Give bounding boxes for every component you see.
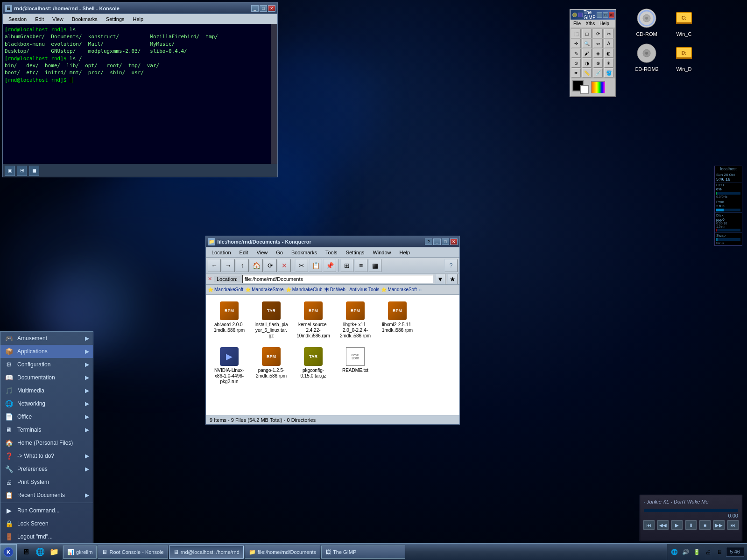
start-menu-item-print[interactable]: 🖨 Print System bbox=[0, 476, 93, 489]
start-menu-item-networking[interactable]: 🌐 Networking ▶ bbox=[0, 397, 93, 410]
terminal-close-btn[interactable]: ✕ bbox=[268, 5, 275, 12]
konq-paste-btn[interactable]: 📌 bbox=[323, 259, 336, 272]
file-icon-flash[interactable]: TAR install_flash_player_6_linux.tar.gz bbox=[253, 300, 290, 341]
konq-location-input[interactable] bbox=[242, 275, 433, 283]
file-icon-pango[interactable]: RPM pango-1.2.5-2mdk.i586.rpm bbox=[253, 345, 290, 386]
konq-home-btn[interactable]: 🏠 bbox=[250, 259, 263, 272]
taskbar-btn-gkrellm[interactable]: 📊 gkrellm bbox=[63, 546, 97, 559]
terminal-maximize-btn[interactable]: □ bbox=[260, 5, 267, 12]
gimp-tool-text[interactable]: A bbox=[604, 39, 613, 48]
player-rewind-btn[interactable]: ◀◀ bbox=[657, 520, 669, 530]
player-play-btn[interactable]: ▶ bbox=[671, 520, 683, 530]
konq-location-x[interactable]: ✕ bbox=[208, 276, 212, 282]
konq-bookmark-1[interactable]: ⭐ MandrakeSoft bbox=[208, 287, 243, 292]
file-icon-abiword[interactable]: RPM abiword-2.0.0-1mdk.i586.rpm bbox=[211, 300, 248, 341]
gimp-titlebar[interactable]: The GIMP _ □ ✕ bbox=[571, 10, 615, 20]
konq-bookmarks-more[interactable]: » bbox=[419, 287, 422, 293]
tray-battery-icon[interactable]: 🔋 bbox=[692, 547, 702, 557]
konq-bookmark-4[interactable]: 🕷 Dr.Web - Antivirus Tools bbox=[324, 287, 380, 292]
file-icon-libgtk[interactable]: RPM libgtk+-x11-2.0_0-2.2.4-2mdk.i586.rp… bbox=[337, 300, 374, 341]
konq-menu-bookmarks[interactable]: Bookmarks bbox=[288, 249, 321, 256]
tray-network-icon[interactable]: 🌐 bbox=[670, 547, 679, 557]
start-menu-item-lockscreen[interactable]: 🔒 Lock Screen bbox=[0, 517, 93, 530]
konq-bookmark-2[interactable]: ⭐ MandrakeStore bbox=[245, 287, 283, 292]
konqueror-titlebar[interactable]: 📁 file:/home/rnd/Documents - Konqueror ?… bbox=[206, 236, 459, 247]
gimp-gradient-display[interactable] bbox=[591, 81, 605, 93]
file-icon-kernel[interactable]: RPM kernel-source-2.4.22-10mdk.i586.rpm bbox=[295, 300, 332, 341]
konq-reload-btn[interactable]: ⟳ bbox=[264, 259, 277, 272]
file-icon-libxml2[interactable]: RPM libxml2-2.5.11-1mdk.i586.rpm bbox=[379, 300, 416, 341]
gimp-tool-clone[interactable]: ⊙ bbox=[571, 58, 581, 68]
gimp-tool-dodge[interactable]: ☀ bbox=[604, 58, 613, 68]
gimp-tool-select[interactable]: ⬚ bbox=[571, 29, 581, 38]
konqueror-file-area[interactable]: RPM abiword-2.0.0-1mdk.i586.rpm TAR inst… bbox=[206, 295, 459, 415]
konq-back-btn[interactable]: ← bbox=[208, 259, 221, 272]
konq-menu-window[interactable]: Window bbox=[369, 249, 395, 256]
taskbar-btn-konqueror[interactable]: 📁 file:/home/rnd/Documents bbox=[245, 546, 320, 559]
tray-printer-icon[interactable]: 🖨 bbox=[704, 547, 713, 557]
tray-display-icon[interactable]: 🖥 bbox=[715, 547, 724, 557]
start-menu-item-multimedia[interactable]: 🎵 Multimedia ▶ bbox=[0, 384, 93, 397]
konq-cut-btn[interactable]: ✂ bbox=[295, 259, 308, 272]
player-prev-btn[interactable]: ⏮ bbox=[643, 520, 655, 530]
file-icon-nvidia[interactable]: ▶ NVIDIA-Linux-x86-1.0-4496-pkg2.run bbox=[211, 345, 248, 386]
gimp-tool-path[interactable]: ✒ bbox=[571, 68, 581, 77]
player-stop-btn[interactable]: ■ bbox=[699, 520, 711, 530]
konq-forward-btn[interactable]: → bbox=[222, 259, 235, 272]
gimp-tool-measure[interactable]: 📏 bbox=[582, 68, 592, 77]
desktop-icon-cd-rom2[interactable]: CD-ROM2 bbox=[630, 42, 663, 72]
gimp-tool-pencil[interactable]: ✎ bbox=[571, 49, 581, 58]
start-menu-item-preferences[interactable]: 🔧 Preferences ▶ bbox=[0, 462, 93, 476]
start-menu-item-home[interactable]: 🏠 Home (Personal Files) bbox=[0, 436, 93, 449]
konqueror-maximize-btn[interactable]: □ bbox=[442, 238, 449, 245]
gimp-tool-crop[interactable]: ✂ bbox=[604, 29, 613, 38]
gimp-tool-blur[interactable]: ⊛ bbox=[593, 58, 603, 68]
konq-help-btn[interactable]: ? bbox=[444, 259, 458, 272]
terminal-menu-edit[interactable]: Edit bbox=[31, 15, 48, 23]
start-menu-item-whattodo[interactable]: ❓ -> What to do? ▶ bbox=[0, 449, 93, 462]
start-menu-item-office[interactable]: 📄 Office ▶ bbox=[0, 410, 93, 423]
terminal-menu-help[interactable]: Help bbox=[129, 15, 148, 23]
file-icon-readme[interactable]: NYX! LDX! README.txt bbox=[337, 345, 374, 386]
terminal-menu-settings[interactable]: Settings bbox=[102, 15, 128, 23]
tray-audio-icon[interactable]: 🔊 bbox=[681, 547, 691, 557]
gimp-menu-help[interactable]: Help bbox=[598, 21, 611, 27]
konq-menu-settings[interactable]: Settings bbox=[342, 249, 368, 256]
desktop-icon-cd-rom[interactable]: CD-ROM bbox=[630, 7, 663, 37]
clock-widget[interactable]: 5 46 bbox=[726, 547, 744, 556]
terminal-tab-icon3[interactable]: ◼ bbox=[29, 166, 39, 176]
gimp-maximize-btn[interactable]: □ bbox=[603, 12, 608, 18]
player-pause-btn[interactable]: ⏸ bbox=[685, 520, 697, 530]
terminal-menu-bookmarks[interactable]: Bookmarks bbox=[68, 15, 101, 23]
gimp-tool-zoom[interactable]: 🔍 bbox=[582, 39, 592, 48]
gimp-tool-airbrush[interactable]: ◐ bbox=[604, 49, 613, 58]
konq-menu-edit[interactable]: Edit bbox=[236, 249, 252, 256]
konq-bookmark-5[interactable]: ⭐ MandrakeSoft bbox=[381, 287, 416, 292]
gimp-menu-file[interactable]: File bbox=[571, 21, 583, 27]
desktop-icon-win-c[interactable]: C: Win_C bbox=[668, 7, 700, 37]
start-menu-item-run[interactable]: ▶ Run Command... bbox=[0, 504, 93, 517]
start-menu-item-documentation[interactable]: 📖 Documentation ▶ bbox=[0, 371, 93, 384]
konq-bookmark-3[interactable]: ⭐ MandrakeClub bbox=[286, 287, 323, 292]
terminal-menu-view[interactable]: View bbox=[49, 15, 67, 23]
konq-copy-btn[interactable]: 📋 bbox=[309, 259, 322, 272]
gimp-menu-xths[interactable]: Xths bbox=[584, 21, 597, 27]
konq-view2-btn[interactable]: ≡ bbox=[354, 259, 367, 272]
konq-menu-help[interactable]: Help bbox=[396, 249, 414, 256]
gimp-tool-transform[interactable]: ⟳ bbox=[593, 29, 603, 38]
konq-menu-view[interactable]: View bbox=[253, 249, 272, 256]
taskbar-btn-terminal[interactable]: 🖥 rnd@localhost: /home/rnd bbox=[169, 546, 244, 559]
ql-desktop-btn[interactable]: 🖥 bbox=[20, 546, 33, 559]
gimp-tool-colorpick[interactable]: 💉 bbox=[593, 68, 603, 77]
terminal-menu-session[interactable]: Session bbox=[5, 15, 30, 23]
taskbar-btn-root-console[interactable]: 🖥 Root Console - Konsole bbox=[98, 546, 168, 559]
player-ff-btn[interactable]: ▶▶ bbox=[713, 520, 725, 530]
gimp-tool-move[interactable]: ✛ bbox=[571, 39, 581, 48]
gimp-close-btn[interactable]: ✕ bbox=[609, 12, 614, 18]
konq-view1-btn[interactable]: ⊞ bbox=[340, 259, 353, 272]
player-next-btn[interactable]: ⏭ bbox=[727, 520, 739, 530]
gimp-tool-heal[interactable]: ◑ bbox=[582, 58, 592, 68]
konqueror-minimize-btn[interactable]: _ bbox=[433, 238, 441, 245]
konqueror-question-btn[interactable]: ? bbox=[425, 238, 432, 245]
taskbar-btn-gimp[interactable]: 🖼 The GIMP bbox=[321, 546, 405, 559]
